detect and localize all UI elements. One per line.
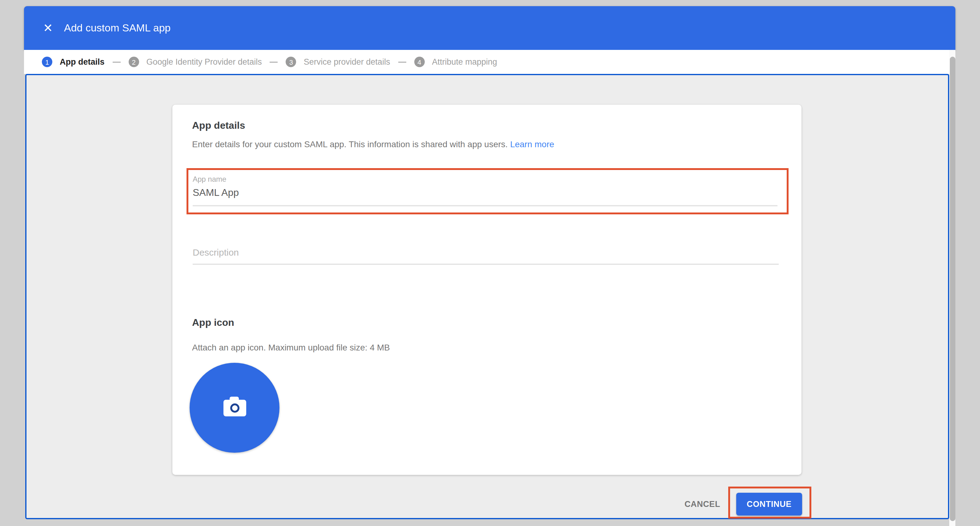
camera-icon [223,399,246,416]
step-app-details[interactable]: 1 App details [42,57,105,67]
upload-app-icon-button[interactable] [189,363,280,453]
step-separator [113,61,121,62]
close-icon[interactable]: ✕ [40,6,56,50]
step-label: App details [60,57,105,67]
step-google-idp-details[interactable]: 2 Google Identity Provider details [129,57,262,67]
step-attribute-mapping[interactable]: 4 Attribute mapping [414,57,497,67]
app-name-label: App name [192,175,226,183]
app-details-card: App details Enter details for your custo… [172,105,802,475]
camera-icon-hump [229,396,239,401]
step-number-badge: 3 [286,57,296,67]
wizard-stepper: 1 App details 2 Google Identity Provider… [24,50,955,74]
step-label: Service provider details [304,57,390,67]
step-label: Google Identity Provider details [146,57,262,67]
card-heading: App details [192,120,245,131]
add-custom-saml-app-dialog: ✕ Add custom SAML app 1 App details 2 Go… [0,0,980,526]
card-intro: Enter details for your custom SAML app. … [192,139,554,149]
app-icon-help-text: Attach an app icon. Maximum upload file … [192,343,390,352]
annotation-highlight-app-name [186,168,789,214]
learn-more-link[interactable]: Learn more [510,139,554,149]
continue-button[interactable]: CONTINUE [736,493,802,515]
cancel-button[interactable]: CANCEL [675,496,730,511]
description-underline [192,264,779,265]
dialog-title: Add custom SAML app [64,6,171,50]
app-name-underline [192,205,778,206]
step-label: Attribute mapping [432,57,497,67]
description-input[interactable]: Description [192,247,239,257]
step-separator [270,61,278,62]
app-icon-heading: App icon [192,317,234,328]
camera-icon-lens [230,403,239,412]
step-separator [398,61,406,62]
step-number-badge: 2 [129,57,139,67]
step-number-badge: 4 [414,57,425,67]
intro-text: Enter details for your custom SAML app. … [192,139,508,149]
scrollbar-thumb[interactable] [950,57,955,521]
app-name-input[interactable]: SAML App [192,187,239,198]
step-number-badge: 1 [42,57,52,67]
dialog-header: ✕ Add custom SAML app [24,6,955,50]
step-service-provider-details[interactable]: 3 Service provider details [286,57,390,67]
